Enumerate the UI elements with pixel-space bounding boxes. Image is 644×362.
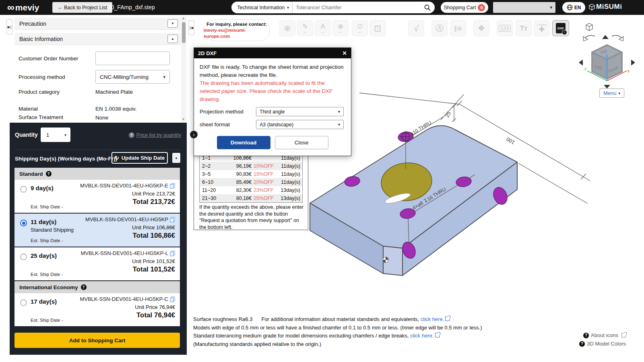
price-row: 2~296,19€10%OFF11day(s): [200, 162, 302, 170]
dxf-modal-title: 2D DXF: [198, 50, 217, 56]
surface-roughness-button[interactable]: √: [408, 20, 424, 36]
cube-home-icon[interactable]: [586, 23, 592, 31]
dxf-modal-titlebar: 2D DXF ✕: [194, 48, 351, 58]
days-label: 25 day(s): [31, 252, 57, 259]
measure-123-icon: 123: [499, 25, 511, 32]
back-to-project-list-button[interactable]: ← Back to Project List: [52, 2, 112, 13]
dxf-scale-warning: The drawing has been automatically scale…: [200, 79, 345, 103]
projection-method-select[interactable]: Third angle: [256, 107, 344, 116]
text-tool-button[interactable]: Tт: [516, 20, 532, 36]
economy-help-icon[interactable]: ?: [81, 284, 87, 290]
radio-25-days[interactable]: [20, 253, 27, 260]
price-list-link[interactable]: ? Price list by quantity: [129, 132, 181, 138]
dxf-download-button[interactable]: DXF: [552, 20, 569, 36]
scroll-down-arrow: ▼: [181, 117, 186, 121]
language-button[interactable]: EN: [562, 2, 585, 13]
price-table-note: If the quantity exceeds the above, pleas…: [199, 204, 304, 230]
radio-17-days[interactable]: [20, 299, 27, 306]
search-category-select[interactable]: Technical Information: [231, 2, 293, 13]
copy-icon[interactable]: [170, 183, 175, 189]
tolerancing-link[interactable]: click here.: [410, 333, 434, 339]
help-icon: ?: [579, 341, 585, 347]
tilt-up-arrow[interactable]: [602, 35, 609, 39]
shipping-option-17-days[interactable]: 17 day(s) MVBLK-SSN-DEV001-4EU-HG5KP-C U…: [14, 293, 180, 326]
meviy-logo[interactable]: ∞meviy: [7, 2, 39, 13]
shipping-option-11-days[interactable]: 11 day(s) Standard Shipping MVBLK-SSN-DE…: [14, 214, 180, 247]
header-dropdown[interactable]: [493, 2, 555, 13]
about-icons-link[interactable]: ? About icons: [583, 332, 626, 338]
top-bar: ∞meviy ← Back to Project List 30_FAmp_dx…: [0, 0, 644, 15]
text-dimension-button[interactable]: A↔: [315, 20, 331, 36]
group-economy-header: International Economy ?: [14, 281, 180, 293]
sidebar-scrollbar-thumb[interactable]: [182, 22, 186, 43]
datum-target-button[interactable]: ⊕: [279, 20, 295, 36]
search-input[interactable]: [293, 4, 424, 10]
tilt-down-arrow[interactable]: [604, 85, 610, 88]
meviy-logo-icon: ∞: [7, 2, 14, 13]
radio-9-days[interactable]: [20, 186, 27, 193]
update-ship-date-button[interactable]: ↻ Update Ship Date: [111, 152, 168, 164]
chamfer-note: Models with edge of 0.5 mm or less will …: [193, 324, 482, 332]
processing-method-select[interactable]: CNC-Milling/Turning: [95, 70, 170, 84]
delete-dimension-button[interactable]: ⊗↔: [332, 20, 349, 36]
misumi-logo[interactable]: MiSUMi: [589, 3, 622, 11]
meviy-logo-text: meviy: [15, 3, 39, 12]
order-number-input[interactable]: [95, 51, 170, 65]
precaution-toggle-button[interactable]: ▼: [167, 19, 178, 28]
standard-help-icon[interactable]: ?: [46, 171, 52, 177]
search-icon[interactable]: [424, 4, 431, 11]
sheet-format-select[interactable]: A3 (landscape): [256, 120, 344, 129]
part-number: MVBLK-SSN-DEV001-4EU-HG5KP-L: [81, 250, 168, 256]
dxf-ready-message: DXF file is ready. To change the sheet f…: [200, 63, 345, 79]
edit-dimension-button[interactable]: ✎↔: [297, 20, 313, 36]
measure-button[interactable]: 123: [497, 20, 513, 36]
shipping-collapse-button[interactable]: ▲: [172, 153, 180, 163]
contact-email[interactable]: meviy-eu@misumi-europe.com: [204, 27, 270, 39]
pan-right-arrow[interactable]: [631, 60, 635, 66]
datum-label-icon: Ⓐ: [436, 25, 444, 32]
days-label: 9 day(s): [31, 185, 54, 191]
close-button[interactable]: Close: [275, 136, 328, 149]
part-number: MVBLK-SSN-DEV001-4EU-HG5KP-C: [80, 296, 168, 302]
datum-label-button[interactable]: Ⓐ: [431, 20, 448, 36]
six-views-button[interactable]: 6VIEWS✚: [534, 20, 550, 36]
main-panel-collapse-handle[interactable]: |◀: [188, 20, 194, 35]
geometric-tolerance-button[interactable]: ∥⊚: [450, 20, 466, 36]
hide-dimension-button[interactable]: ∅↔: [352, 20, 368, 36]
unit-price: Unit Price 101,52€: [132, 258, 175, 264]
chamfer-button[interactable]: ❖: [473, 20, 489, 36]
add-to-shopping-cart-button[interactable]: Add to Shopping Cart: [14, 333, 180, 348]
product-category-value: Machined Plate: [95, 89, 133, 95]
shipping-subtitle: Standard Shipping: [31, 227, 74, 233]
part-number: MVBLK-SSN-DEV001-4EU-HG5KP-E: [80, 183, 168, 189]
basic-information-toggle-button[interactable]: ▲: [167, 35, 178, 43]
copy-icon[interactable]: [170, 251, 175, 256]
shipping-option-9-days[interactable]: 9 day(s) MVBLK-SSN-DEV001-4EU-HG5KP-E Un…: [14, 180, 180, 213]
shopping-cart-button[interactable]: Shopping Cart0: [441, 2, 488, 13]
download-button[interactable]: Download: [217, 136, 270, 149]
section-precaution[interactable]: Precaution ▼: [14, 18, 181, 30]
order-panel: Quantity 1 ? Price list by quantity Ship…: [10, 123, 187, 355]
days-label: 17 day(s): [31, 298, 57, 305]
viewport-menu-button[interactable]: Menu: [599, 88, 624, 98]
datum-target-icon: ⊕: [284, 25, 291, 32]
copy-icon[interactable]: [170, 296, 175, 302]
total-price: Total 106,86€: [132, 232, 175, 240]
radio-11-days[interactable]: [20, 220, 27, 226]
hole-pattern-button[interactable]: ⊡: [369, 20, 386, 36]
expand-panel-button[interactable]: ›: [190, 131, 198, 138]
quantity-select[interactable]: 1: [41, 128, 70, 142]
sidebar-expand-handle[interactable]: ▶|: [6, 19, 12, 35]
hole-pattern-icon: ⊡: [374, 25, 381, 32]
dxf-file-icon: DXF: [556, 23, 566, 33]
copy-icon[interactable]: [170, 217, 175, 222]
surface-roughness-icon: √: [414, 25, 419, 32]
material-standards-link[interactable]: click here.: [421, 316, 444, 322]
section-basic-information[interactable]: Basic Information ▲: [14, 33, 181, 45]
close-icon[interactable]: ✕: [342, 50, 347, 56]
model-colors-link[interactable]: ? 3D Model Colors: [579, 341, 626, 347]
shipping-option-25-days[interactable]: 25 day(s) MVBLK-SSN-DEV001-4EU-HG5KP-L U…: [14, 247, 180, 280]
pan-left-arrow[interactable]: [579, 60, 583, 66]
text-tool-icon: Tт: [520, 25, 528, 32]
days-label: 11 day(s): [31, 218, 56, 225]
